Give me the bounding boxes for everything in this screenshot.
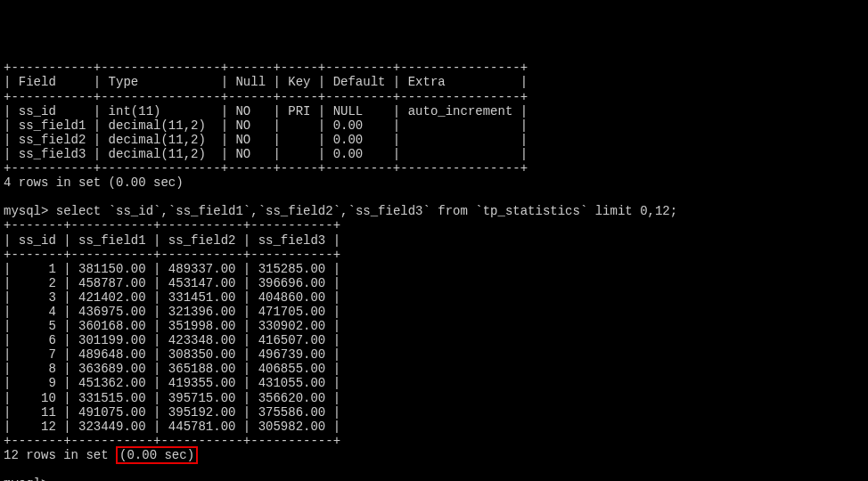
result-row: | 11 | 491075.00 | 395192.00 | 375586.00… (4, 405, 340, 420)
timing-highlight: (0.00 sec) (116, 446, 198, 464)
describe-border-mid: +-----------+----------------+------+---… (4, 90, 528, 104)
result-row: | 6 | 301199.00 | 423348.00 | 416507.00 … (4, 333, 340, 347)
describe-header-row: | Field | Type | Null | Key | Default | … (4, 75, 528, 89)
result-row: | 10 | 331515.00 | 395715.00 | 356620.00… (4, 391, 340, 405)
result-row: | 1 | 381150.00 | 489337.00 | 315285.00 … (4, 262, 340, 276)
describe-status: 4 rows in set (0.00 sec) (4, 175, 184, 190)
result-row: | 7 | 489648.00 | 308350.00 | 496739.00 … (4, 347, 340, 362)
result-row: | 8 | 363689.00 | 365188.00 | 406855.00 … (4, 362, 340, 376)
result-status-prefix: 12 rows in set (4, 448, 116, 462)
result-row: | 3 | 421402.00 | 331451.00 | 404860.00 … (4, 290, 340, 305)
result-row: | 5 | 360168.00 | 351998.00 | 330902.00 … (4, 319, 340, 333)
result-border-top: +-------+-----------+-----------+-------… (4, 218, 340, 232)
sql-query: select `ss_id`,`ss_field1`,`ss_field2`,`… (48, 204, 677, 218)
result-row: | 12 | 323449.00 | 445781.00 | 305982.00… (4, 420, 340, 434)
result-row: | 4 | 436975.00 | 321396.00 | 471705.00 … (4, 305, 340, 319)
mysql-prompt: mysql> (4, 204, 48, 218)
describe-border-bot: +-----------+----------------+------+---… (4, 161, 528, 175)
terminal-output[interactable]: +-----------+----------------+------+---… (4, 61, 864, 481)
mysql-prompt[interactable]: mysql> (4, 477, 48, 481)
result-row: | 2 | 458787.00 | 453147.00 | 396696.00 … (4, 276, 340, 290)
describe-row: | ss_field2 | decimal(11,2) | NO | | 0.0… (4, 133, 528, 147)
result-border-mid: +-------+-----------+-----------+-------… (4, 248, 340, 262)
describe-row: | ss_id | int(11) | NO | PRI | NULL | au… (4, 104, 528, 118)
describe-row: | ss_field1 | decimal(11,2) | NO | | 0.0… (4, 118, 528, 133)
describe-border-top: +-----------+----------------+------+---… (4, 61, 528, 75)
result-row: | 9 | 451362.00 | 419355.00 | 431055.00 … (4, 376, 340, 390)
describe-row: | ss_field3 | decimal(11,2) | NO | | 0.0… (4, 147, 528, 161)
result-header-row: | ss_id | ss_field1 | ss_field2 | ss_fie… (4, 233, 340, 248)
